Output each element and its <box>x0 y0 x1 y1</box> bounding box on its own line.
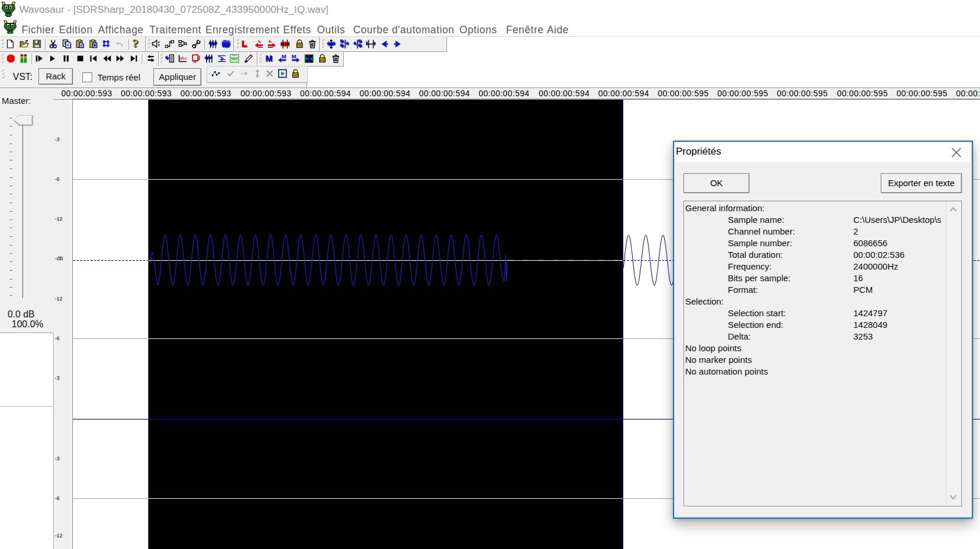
svg-text:?: ? <box>132 39 138 49</box>
svg-text:M: M <box>292 54 297 60</box>
svg-text:M: M <box>265 54 272 63</box>
svg-text:M: M <box>282 54 287 60</box>
